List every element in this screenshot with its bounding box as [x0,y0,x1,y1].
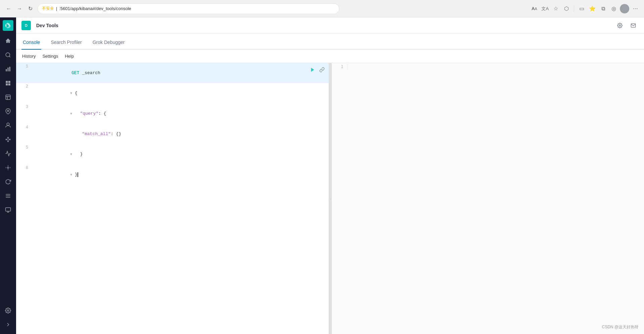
kibana-logo[interactable] [3,20,13,31]
svg-marker-25 [311,68,314,72]
help-button[interactable] [628,20,639,31]
line-content-2: ▼ { [32,83,329,104]
tabs-bar: Console Search Profiler Grok Debugger [16,34,644,50]
svg-point-24 [619,25,621,26]
sidebar-bottom [1,304,15,331]
collapse-arrow-6[interactable]: ▼ [70,173,72,177]
collapse-arrow-5[interactable]: ▼ [70,153,72,156]
svg-rect-4 [6,81,8,83]
extensions-button[interactable]: ⬡ [562,4,571,13]
svg-point-9 [7,110,9,112]
svg-point-10 [6,139,7,140]
kibana-sidebar [0,17,16,334]
editor-line-1: 1 GET _search [16,63,329,83]
output-line-1: 1 [332,63,644,69]
bookmark-button[interactable]: ☆ [551,4,560,13]
app-header: D Dev Tools [16,17,644,34]
browser-actions: AA 文A ☆ ⬡ ▭ ⭐ ⧉ ◎ ⋯ [530,4,640,13]
editor-line-3: 3 ▼ "query": { [16,104,329,124]
sidebar-item-ml[interactable] [1,119,15,132]
keyword-get: GET [71,70,79,75]
app-header-actions [614,20,639,31]
run-button[interactable] [309,66,317,74]
divider-dots: ⋮ [328,197,332,200]
app-title: Dev Tools [36,23,58,28]
collections-button[interactable]: ⧉ [598,4,608,13]
app-container: D Dev Tools Console Search Profiler Grok… [0,17,644,334]
toolbar: History Settings Help [16,50,644,63]
copy-curl-button[interactable] [318,66,326,74]
browser-chrome: ← → ↻ 不安全 | :5601/app/kibana#/dev_tools/… [0,0,644,17]
browser-nav-buttons: ← → ↻ [4,4,35,13]
sidebar-item-home[interactable] [1,34,15,48]
sidebar-item-discover[interactable] [1,48,15,62]
sidebar-item-management[interactable] [1,304,15,317]
more-button[interactable]: ⋯ [631,4,640,13]
sidebar-item-apm[interactable] [1,161,15,174]
svg-rect-5 [8,81,10,83]
editor-line-6: 6 ▼ } [16,165,329,185]
svg-rect-8 [6,95,10,100]
sidebar-item-canvas[interactable] [1,91,15,104]
history-button[interactable]: History [21,52,36,60]
svg-rect-1 [6,69,7,71]
favorites-button[interactable]: ⭐ [588,4,597,13]
svg-point-0 [6,53,10,57]
sidebar-item-uptime[interactable] [1,175,15,188]
svg-rect-7 [8,84,10,86]
line-number-6: 6 [16,165,32,171]
sidebar-item-monitoring[interactable] [1,147,15,160]
edge-button[interactable]: ◎ [609,4,619,13]
line-number-5: 5 [16,144,32,151]
svg-point-12 [9,139,10,140]
line-content-6: ▼ } [32,165,329,185]
collapse-arrow-2[interactable]: ▼ [70,92,72,95]
svg-rect-3 [9,67,10,71]
sidebar-item-dashboard[interactable] [1,76,15,90]
editor-line-2: 2 ▼ { [16,83,329,104]
refresh-button[interactable]: ↻ [25,4,35,13]
app-icon: D [21,21,31,30]
line-content-5: ▼ } [32,144,329,165]
cast-button[interactable]: ▭ [577,4,586,13]
svg-point-18 [7,167,9,169]
url-text: :5601/app/kibana#/dev_tools/console [59,6,131,11]
address-bar[interactable]: 不安全 | :5601/app/kibana#/dev_tools/consol… [38,3,339,14]
editor-line-5: 5 ▼ } [16,144,329,165]
sidebar-item-logs[interactable] [1,189,15,203]
line-content-3: ▼ "query": { [32,104,329,124]
sidebar-item-infra[interactable] [1,203,15,217]
sidebar-item-maps[interactable] [1,105,15,118]
editor-pane: 1 GET _search 2 ▼ { 3 [16,63,329,334]
line-number-2: 2 [16,83,32,90]
main-content: D Dev Tools Console Search Profiler Grok… [16,17,644,334]
watermark: CSDN @这天好热呀 [602,324,639,330]
collapse-arrow-3[interactable]: ▼ [70,112,72,116]
url-separator: | [56,6,57,11]
settings-toolbar-button[interactable]: Settings [42,52,59,60]
sidebar-item-graph[interactable] [1,133,15,146]
line-number-1: 1 [16,63,32,70]
tab-grok-debugger[interactable]: Grok Debugger [91,40,126,50]
sidebar-item-visualize[interactable] [1,62,15,76]
url-path: _search [79,70,100,75]
help-toolbar-button[interactable]: Help [64,52,74,60]
editor-divider[interactable]: ⋮ [329,63,332,334]
editor-line-4: 4 "match_all": {} [16,124,329,144]
tab-console[interactable]: Console [21,40,41,50]
sidebar-collapse-button[interactable] [1,318,15,331]
profile-avatar[interactable] [620,4,629,13]
tab-search-profiler[interactable]: Search Profiler [49,40,83,50]
line-content-4: "match_all": {} [32,124,329,144]
settings-button[interactable] [614,20,625,31]
svg-point-11 [8,137,9,138]
code-editor[interactable]: 1 GET _search 2 ▼ { 3 [16,63,329,334]
forward-button[interactable]: → [15,4,24,13]
line-number-4: 4 [16,124,32,131]
read-mode-button[interactable]: AA [530,4,539,13]
output-pane: 1 [332,63,644,334]
line-number-3: 3 [16,104,32,110]
back-button[interactable]: ← [4,4,13,13]
translate-button[interactable]: 文A [540,4,550,13]
output-line-number-1: 1 [332,64,348,69]
